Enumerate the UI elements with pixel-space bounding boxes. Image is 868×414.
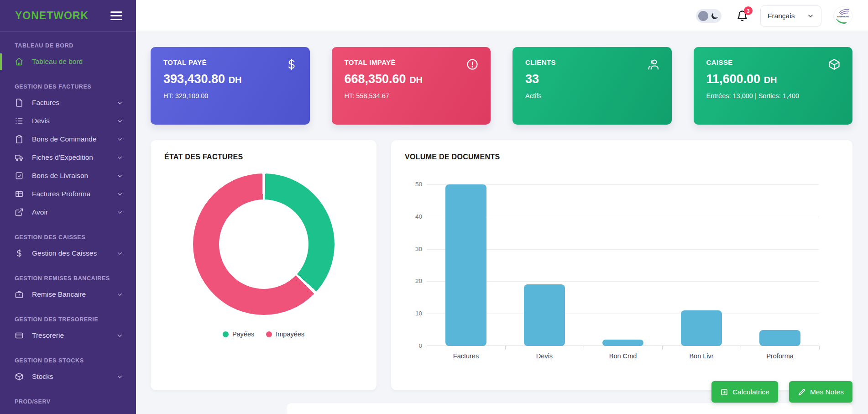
sidebar-item-bons-de-livraison[interactable]: Bons de Livraison: [0, 167, 136, 185]
x-axis-category-label: Bon Livr: [662, 352, 741, 360]
topbar: 3 Français YONETWORK: [136, 0, 868, 32]
sidebar-item-label: Factures: [32, 99, 59, 107]
briefcase-icon: [15, 290, 24, 299]
list-icon: [15, 116, 24, 126]
x-axis-tick: [427, 346, 427, 350]
sidebar-item-label: Stocks: [32, 372, 53, 381]
card-subtext: Actifs: [525, 92, 659, 100]
sidebar-item-label: Factures Proforma: [32, 190, 90, 198]
package-icon: [828, 58, 841, 71]
chevron-down-icon: [116, 173, 123, 179]
alert-circle-icon: [466, 58, 479, 71]
main-area: 3 Français YONETWORK: [136, 0, 868, 414]
sidebar-item-tableau-de-bord[interactable]: Tableau de bord: [0, 52, 136, 71]
svg-text:YONETWORK: YONETWORK: [837, 15, 849, 17]
credit-card-icon: [15, 331, 24, 340]
y-axis-tick-label: 20: [406, 277, 422, 285]
notifications-button[interactable]: 3: [736, 10, 748, 22]
dollar-icon: [285, 58, 298, 71]
sidebar-item-label: Bons de Commande: [32, 135, 96, 143]
card-label: CLIENTS: [525, 58, 659, 66]
legend-item-payées: Payées: [223, 330, 254, 338]
users-icon: [647, 58, 660, 71]
sidebar: YONETWORK TABLEAU DE BORDTableau de bord…: [0, 0, 136, 414]
bar-column-bon-cmd: [584, 184, 662, 346]
bar-column-bon-livr: [662, 184, 741, 346]
card-value: 33: [525, 72, 659, 86]
bar-chart-title: VOLUME DE DOCUMENTS: [405, 153, 839, 162]
sidebar-item-remise-bancaire[interactable]: Remise Bancaire: [0, 285, 136, 304]
sidebar-item-label: Fiches d'Expedition: [32, 153, 93, 162]
sidebar-nav: TABLEAU DE BORDTableau de bordGESTION DE…: [0, 41, 136, 406]
sidebar-logo-row: YONETWORK: [0, 0, 136, 32]
x-axis-category-label: Factures: [427, 352, 505, 360]
sidebar-item-gestion-des-caisses[interactable]: Gestion des Caisses: [0, 244, 136, 262]
chevron-down-icon: [116, 154, 123, 161]
calculator-button[interactable]: Calculatrice: [711, 381, 778, 403]
stat-card-caisse: CAISSE11,600.00 DHEntrées: 13,000 | Sort…: [694, 47, 853, 125]
card-label: TOTAL PAYÉ: [163, 58, 297, 66]
legend-item-impayées: Impayées: [266, 330, 304, 338]
sidebar-item-label: Tresorerie: [32, 331, 64, 340]
external-link-icon: [15, 208, 24, 217]
bar-chart-category-labels: FacturesDevisBon CmdBon LivrProforma: [427, 352, 819, 360]
sidebar-section-header: PROD/SERV: [0, 397, 136, 406]
app-root: YONETWORK TABLEAU DE BORDTableau de bord…: [0, 0, 868, 414]
sidebar-item-tresorerie[interactable]: Tresorerie: [0, 326, 136, 345]
check-square-icon: [15, 171, 24, 180]
legend-dot: [266, 331, 272, 337]
stat-card-clients: CLIENTS33Actifs: [512, 47, 672, 125]
sidebar-section-header: GESTION DES FACTURES: [0, 82, 136, 91]
card-value: 393,430.80 DH: [163, 72, 297, 86]
card-value: 668,350.60 DH: [345, 72, 478, 86]
card-subtext: HT: 329,109.00: [163, 92, 297, 100]
bar: [759, 330, 800, 346]
hamburger-menu-icon[interactable]: [110, 11, 122, 20]
sidebar-section-header: GESTION REMISES BANCAIRES: [0, 274, 136, 283]
bar: [524, 284, 565, 346]
clipboard-icon: [15, 135, 24, 144]
language-select[interactable]: Français: [760, 5, 821, 26]
sidebar-item-avoir[interactable]: Avoir: [0, 203, 136, 221]
sidebar-item-label: Tableau de bord: [32, 58, 83, 66]
sidebar-section-header: TABLEAU DE BORD: [0, 41, 136, 50]
y-axis-tick-label: 40: [406, 213, 422, 221]
sidebar-item-label: Avoir: [32, 208, 48, 216]
my-notes-button[interactable]: Mes Notes: [789, 381, 852, 403]
bar: [602, 340, 643, 346]
chevron-down-icon: [807, 12, 814, 20]
floating-buttons: Calculatrice Mes Notes: [711, 381, 852, 403]
charts-row: ÉTAT DES FACTURES PayéesImpayées VOLUME …: [151, 140, 852, 390]
avatar[interactable]: YONETWORK: [833, 6, 852, 26]
legend-label: Payées: [232, 330, 254, 338]
bottom-panel: [287, 403, 852, 414]
document-volume-panel: VOLUME DE DOCUMENTS 01020304050 Factures…: [391, 140, 852, 390]
sidebar-item-factures-proforma[interactable]: Factures Proforma: [0, 185, 136, 203]
file-icon: [15, 98, 24, 107]
chevron-down-icon: [116, 118, 123, 125]
donut-legend: PayéesImpayées: [164, 330, 363, 338]
sidebar-item-label: Bons de Livraison: [32, 172, 88, 180]
chevron-down-icon: [116, 136, 123, 143]
sidebar-item-stocks[interactable]: Stocks: [0, 367, 136, 386]
bar-column-proforma: [741, 184, 819, 346]
sidebar-item-devis[interactable]: Devis: [0, 112, 136, 130]
sidebar-item-fiches-d-expedition[interactable]: Fiches d'Expedition: [0, 148, 136, 167]
card-label: TOTAL IMPAYÉ: [345, 58, 478, 66]
chevron-down-icon: [116, 291, 123, 298]
donut-hole: [219, 199, 309, 289]
sidebar-item-bons-de-commande[interactable]: Bons de Commande: [0, 130, 136, 148]
bar-column-factures: [427, 184, 505, 346]
stat-cards-row: TOTAL PAYÉ393,430.80 DHHT: 329,109.00TOT…: [151, 47, 852, 125]
x-axis-category-label: Bon Cmd: [584, 352, 662, 360]
card-subtext: HT: 558,534.67: [345, 92, 478, 100]
theme-toggle-knob: [698, 11, 708, 21]
sidebar-item-factures[interactable]: Factures: [0, 94, 136, 112]
x-axis-category-label: Devis: [505, 352, 584, 360]
package-icon: [15, 372, 24, 381]
card-value: 11,600.00 DH: [706, 72, 840, 86]
truck-icon: [15, 153, 24, 162]
my-notes-button-label: Mes Notes: [810, 388, 844, 396]
theme-toggle[interactable]: [696, 9, 722, 23]
calculator-button-label: Calculatrice: [732, 388, 769, 396]
